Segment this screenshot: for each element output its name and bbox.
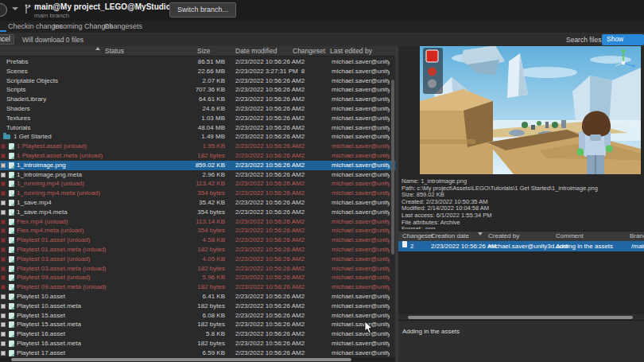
file-row[interactable]: 1_introimage.png859.02 KB2/23/2022 10:56… [0,161,395,170]
row-checkbox[interactable] [1,285,6,290]
file-row[interactable]: 1_running.mp4 (unload)113.42 KB2/23/2022… [0,179,395,189]
row-checkbox[interactable] [1,238,6,243]
file-row[interactable]: Shaders24.6 KB2/23/2022 10:56:26 AM2mich… [0,104,395,114]
file-changeset: 2 [294,142,312,151]
file-changeset: 2 [294,95,312,104]
file-row[interactable]: Playtest 10.asset.meta182 bytes2/23/2022… [0,302,395,311]
cs-column-comment[interactable]: Comment [556,232,584,239]
row-checkbox[interactable] [1,341,6,346]
horizontal-scrollbar-track[interactable] [0,357,395,362]
file-row[interactable]: Playtest 09.asset (unload)5.96 KB2/23/20… [0,273,395,282]
row-checkbox[interactable] [1,247,6,252]
chevron-down-icon[interactable] [12,7,18,10]
horizontal-scrollbar-thumb[interactable] [11,358,351,361]
file-row[interactable]: Playtest 09.asset.meta (unload)182 bytes… [0,282,395,292]
row-checkbox[interactable] [1,351,6,356]
search-files-button[interactable]: Search files... [566,36,607,44]
file-row[interactable]: Playtest 03.asset (unload)4.05 KB2/23/20… [0,255,395,264]
file-name: Playtest 10.asset [17,292,65,302]
cs-column-created-by[interactable]: Created by [488,232,519,239]
row-checkbox[interactable] [1,210,6,215]
switch-branch-button[interactable]: Switch branch... [169,2,236,18]
file-row[interactable]: Flex.mp4 (unload)113.14 KB2/23/2022 10:5… [0,217,395,227]
row-checkbox[interactable] [1,294,6,299]
file-row[interactable]: Tutorials48.04 MB2/23/2022 10:56:26 AM2m… [0,123,395,133]
file-name: 1 Playtest.asset (unload) [17,142,87,151]
cs-column-creation-date[interactable]: Creation date [431,232,469,239]
column-status[interactable]: Status [105,47,124,55]
file-row[interactable]: Prefabs86.51 MB2/23/2022 10:56:26 AM2mic… [0,57,395,67]
row-checkbox[interactable] [1,154,6,158]
file-table-header[interactable]: Status Size Date modified Changeset Last… [0,46,395,56]
row-checkbox[interactable] [1,313,6,318]
file-changeset: 2 [294,320,312,329]
file-row[interactable]: Playtest 01.asset (unload)4.58 KB2/23/20… [0,235,395,245]
column-date-modified[interactable]: Date modified [235,47,277,55]
file-icon [9,294,14,300]
row-checkbox[interactable] [1,257,6,262]
account-avatar[interactable] [0,3,7,17]
row-checkbox[interactable] [1,228,6,233]
file-row[interactable]: Playtest 16.asset5.8 KB2/23/2022 10:56:2… [0,329,395,339]
file-row[interactable]: Playtest 17.asset6.59 KB2/23/2022 10:56:… [0,348,395,358]
row-checkbox[interactable] [1,200,6,205]
file-last-edited-by: michael.saver@unity3d.cor [332,302,390,311]
file-row[interactable]: 1_running.mp4.meta (unload)354 bytes2/23… [0,189,395,198]
file-row[interactable]: Playtest 15.asset6.08 KB2/23/2022 10:56:… [0,311,395,321]
show-details-button[interactable]: Show details [602,34,644,45]
file-changeset: 2 [294,76,312,86]
file-size: 2.07 KB [171,76,225,86]
file-row[interactable]: Scenes22.66 MB2/23/2022 3:27:31 PM8micha… [0,67,395,76]
file-row[interactable]: 1 Get Started1.49 MB2/23/2022 10:56:26 A… [0,132,395,142]
file-date-modified: 2/23/2022 10:56:26 AM [235,132,301,142]
row-checkbox[interactable] [1,267,6,271]
file-row[interactable]: Playtest 01.asset.meta (unload)182 bytes… [0,245,395,255]
column-last-edited-by[interactable]: Last edited by [330,47,372,55]
file-date-modified: 2/23/2022 10:56:26 AM [235,245,301,255]
changeset-hscrollbar-thumb[interactable] [408,316,633,319]
file-row[interactable]: 1_introimage.png.meta2.96 KB2/23/2022 10… [0,170,395,180]
cs-column-changeset[interactable]: Changeset [402,232,433,239]
file-name: Playtest 15.asset [17,311,65,321]
changeset-row[interactable]: 2 2/23/2022 10:56:26 AM michael.saver@un… [398,241,644,251]
row-checkbox[interactable] [1,332,6,337]
file-date-modified: 2/23/2022 10:56:26 AM [235,142,301,151]
file-row[interactable]: Playtest 03.asset.meta (unload)182 bytes… [0,264,395,274]
row-checkbox[interactable] [1,163,6,168]
file-row[interactable]: Scripts707.36 KB2/23/2022 10:56:26 AM2mi… [0,85,395,95]
file-name: Shaders [6,104,30,114]
row-checkbox[interactable] [1,173,6,177]
cs-column-branch[interactable]: Branch [630,232,644,239]
file-row[interactable]: 1 Playtest.asset.meta (unload)182 bytes2… [0,151,395,161]
sort-ascending-icon[interactable] [95,47,100,50]
row-checkbox[interactable] [1,181,6,186]
row-checkbox[interactable] [1,191,6,196]
file-name: Tutorials [6,123,30,133]
row-checkbox[interactable] [1,322,6,327]
active-tab-underline [0,30,6,32]
sort-descending-icon[interactable] [478,232,483,235]
file-size: 35.42 KB [171,198,225,208]
file-row[interactable]: Playtest 16.asset.meta182 bytes2/23/2022… [0,339,395,348]
file-row[interactable]: Playtest 15.asset.meta182 bytes2/23/2022… [0,320,395,329]
tab-changesets[interactable]: Changesets [104,22,142,30]
file-date-modified: 2/23/2022 10:56:26 AM [235,255,301,264]
changeset-table-header[interactable]: Changeset Creation date Created by Comme… [398,231,644,241]
file-row[interactable]: Textures1.03 MB2/23/2022 10:56:26 AM2mic… [0,114,395,123]
file-row[interactable]: Playtest 10.asset6.41 KB2/23/2022 10:56:… [0,292,395,302]
row-checkbox[interactable] [1,144,6,149]
column-changeset[interactable]: Changeset [293,47,325,55]
file-row[interactable]: Flex.mp4.meta (unload)354 bytes2/23/2022… [0,226,395,235]
row-checkbox[interactable] [1,275,6,280]
file-row[interactable]: 1_save.mp4.meta354 bytes2/23/2022 10:56:… [0,208,395,217]
file-row[interactable]: Scriptable Objects2.07 KB2/23/2022 10:56… [0,76,395,86]
column-size[interactable]: Size [197,47,211,55]
vertical-scrollbar[interactable] [391,80,394,255]
cancel-button[interactable]: Cancel [0,34,14,45]
file-row[interactable]: 1 Playtest.asset (unload)1.95 KB2/23/202… [0,142,395,151]
file-row[interactable]: 1_save.mp435.42 KB2/23/2022 10:56:26 AM2… [0,198,395,208]
file-row[interactable]: ShaderLibrary64.61 KB2/23/2022 10:56:26 … [0,95,395,104]
changeset-hscrollbar-track[interactable] [398,314,644,320]
row-checkbox[interactable] [1,304,6,309]
row-checkbox[interactable] [1,220,6,224]
